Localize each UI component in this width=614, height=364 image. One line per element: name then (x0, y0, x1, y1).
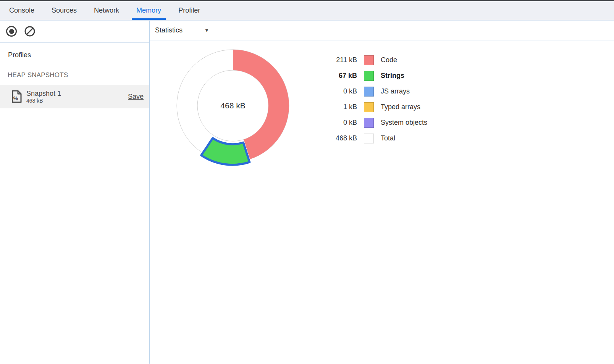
legend-label: System objects (381, 119, 427, 127)
devtools-tabbar: Console Sources Network Memory Profiler (0, 1, 614, 21)
legend-row-total[interactable]: 468 kB Total (317, 130, 427, 146)
legend-value: 1 kB (317, 103, 357, 111)
tab-profiler[interactable]: Profiler (174, 1, 205, 20)
code-swatch-icon (364, 55, 374, 65)
legend-label: JS arrays (381, 87, 410, 95)
legend-label: Typed arrays (381, 103, 420, 111)
record-heap-snapshot-button[interactable] (6, 26, 17, 37)
snapshot-name: Snapshot 1 (26, 89, 128, 98)
tab-network[interactable]: Network (89, 1, 124, 20)
tab-console[interactable]: Console (5, 1, 39, 20)
legend-label: Total (381, 134, 395, 142)
legend-row-system-objects[interactable]: 0 kB System objects (317, 115, 427, 130)
legend-label: Strings (381, 72, 404, 80)
svg-text:%: % (13, 95, 18, 101)
profiles-title: Profiles (8, 51, 149, 59)
legend-value: 0 kB (317, 87, 357, 95)
donut-slice-strings-highlighted[interactable] (201, 138, 250, 165)
perspective-dropdown[interactable]: Statistics ▼ (155, 26, 209, 34)
clear-profiles-button[interactable] (24, 26, 36, 37)
heap-snapshots-section-title: HEAP SNAPSHOTS (8, 71, 149, 79)
clear-icon (24, 26, 36, 37)
typed-arrays-swatch-icon (364, 102, 374, 112)
profiles-toolbar (0, 21, 149, 43)
chart-legend: 211 kB Code 67 kB Strings 0 kB JS arrays… (317, 52, 427, 146)
tab-sources[interactable]: Sources (47, 1, 81, 20)
snapshot-size: 468 kB (26, 98, 128, 104)
legend-row-typed-arrays[interactable]: 1 kB Typed arrays (317, 99, 427, 115)
snapshot-save-link[interactable]: Save (128, 93, 144, 101)
heap-snapshot-icon: % (11, 90, 22, 103)
strings-swatch-icon (364, 71, 374, 81)
legend-value: 468 kB (317, 134, 357, 142)
legend-row-strings[interactable]: 67 kB Strings (317, 68, 427, 84)
donut-center-total-label: 468 kB (220, 101, 245, 110)
legend-label: Code (381, 56, 397, 64)
system-objects-swatch-icon (364, 118, 374, 128)
legend-value: 67 kB (317, 72, 357, 80)
perspective-dropdown-label: Statistics (155, 26, 183, 34)
total-swatch-icon (364, 134, 374, 143)
chevron-down-icon: ▼ (204, 27, 209, 33)
snapshot-list-item[interactable]: % Snapshot 1 468 kB Save (0, 85, 149, 108)
profiles-sidebar: Profiles HEAP SNAPSHOTS % Snapshot 1 468… (0, 21, 150, 364)
legend-value: 211 kB (317, 56, 357, 64)
legend-row-js-arrays[interactable]: 0 kB JS arrays (317, 84, 427, 99)
record-icon (9, 29, 14, 34)
heap-statistics-donut-chart: 468 kB (172, 45, 294, 167)
statistics-toolbar: Statistics ▼ (150, 21, 614, 40)
legend-row-code[interactable]: 211 kB Code (317, 52, 427, 68)
memory-panel: Profiles HEAP SNAPSHOTS % Snapshot 1 468… (0, 21, 614, 364)
tab-memory[interactable]: Memory (132, 1, 166, 20)
js-arrays-swatch-icon (364, 87, 374, 97)
legend-value: 0 kB (317, 119, 357, 127)
statistics-view: Statistics ▼ 468 kB 211 kB Code 67 kB St… (150, 21, 614, 364)
